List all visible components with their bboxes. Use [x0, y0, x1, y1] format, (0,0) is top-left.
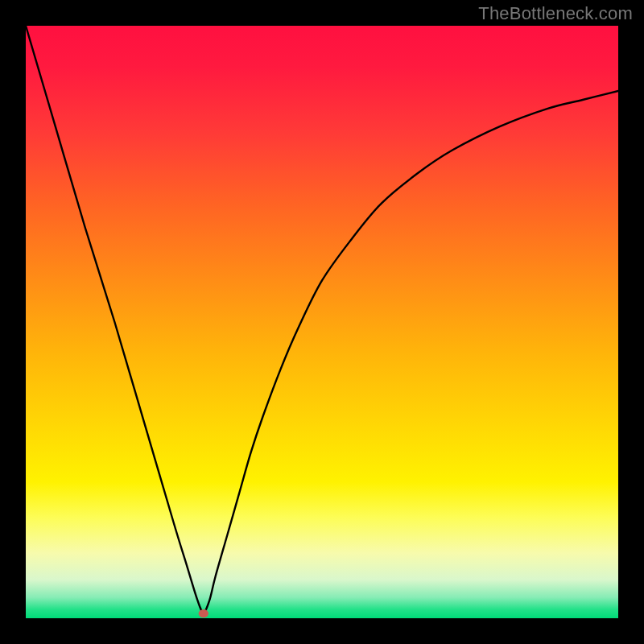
minimum-marker	[199, 609, 208, 617]
chart-stage: TheBottleneck.com	[0, 0, 644, 644]
plot-area	[26, 26, 618, 618]
chart-svg	[26, 26, 618, 618]
watermark-text: TheBottleneck.com	[478, 3, 633, 24]
